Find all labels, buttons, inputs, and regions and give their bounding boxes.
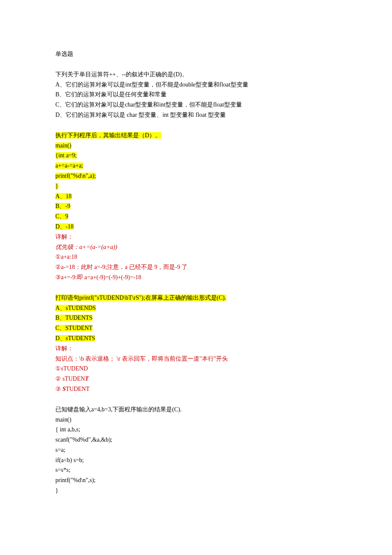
q4-code-6: s=s*s;: [55, 465, 337, 475]
q3-explain-1: 知识点：\b 表示退格； \r 表示回车，即将当前位置一道"本行"开头: [55, 354, 337, 364]
q2-code-2: {int a=9;: [55, 150, 337, 161]
q3-option-b: B、TUDENTS: [55, 313, 337, 323]
q4-code-8: }: [55, 486, 337, 496]
q2-explain-4: ③a+=-9:即 a=a+(-9)=(-9)+(-9)=-18: [55, 272, 337, 283]
q2-explain-2: ①a+a:18: [55, 252, 337, 262]
q2-option-c: C、9: [55, 211, 337, 222]
q3-explain-2: ①sTUDEND: [55, 364, 337, 374]
section-title-block: 单选题: [55, 49, 337, 59]
q2-explain-1: 优先级：a+=(a-=(a+a)): [55, 242, 337, 252]
q3-explain-3: ② sTUDENT: [55, 374, 337, 384]
q4-code-7: printf("%d\n",s);: [55, 475, 337, 486]
q1-option-a: A、它们的运算对象可以是int型变量，但不能是double型变量和float型变…: [55, 80, 337, 90]
q2-code-5: }: [55, 181, 337, 191]
page: 单选题 下列关于单目运算符++、--的叙述中正确的是(D)。 A、它们的运算对象…: [0, 0, 392, 555]
q2-code-4: printf("%d\n",a);: [55, 171, 337, 181]
q3-stem: 打印语句printf("sTUDEND\bT\rS");在屏幕上正确的输出形式是…: [55, 293, 337, 303]
q4-code-5: if(a<b) s=b;: [55, 455, 337, 465]
q3-option-a: A、sTUDENDS: [55, 303, 337, 313]
section-title: 单选题: [55, 49, 337, 59]
q3-explain-4: ③ STUDENT: [55, 384, 337, 394]
q2-explain-label: 详解：: [55, 232, 337, 242]
q1-option-b: B、它们的运算对象可以是任何变量和常量: [55, 90, 337, 100]
q2-code-3: a+=a-=a+a;: [55, 161, 337, 171]
q3-explain-3-ital: T: [85, 376, 89, 382]
q3-option-d: D、sTUDENTS: [55, 333, 337, 344]
q4-stem: 已知键盘输入a=4,b=3,下面程序输出的结果是(C).: [55, 405, 337, 415]
question-3: 打印语句printf("sTUDEND\bT\rS");在屏幕上正确的输出形式是…: [55, 293, 337, 394]
q2-option-b: B、-9: [55, 201, 337, 211]
question-1: 下列关于单目运算符++、--的叙述中正确的是(D)。 A、它们的运算对象可以是i…: [55, 69, 337, 120]
q3-explain-label: 详解：: [55, 344, 337, 354]
q2-code-1: main(): [55, 141, 337, 151]
q4-code-3: scanf("%d%d",&a,&b);: [55, 435, 337, 445]
q2-stem: 执行下列程序后，其输出结果是（D）。: [55, 130, 337, 141]
q2-option-a: A、18: [55, 191, 337, 202]
q2-option-d: D、-18: [55, 222, 337, 232]
q4-code-4: s=a;: [55, 445, 337, 455]
q2-explain-3: ②a-=18：此时 a=-9;注意，a 已经不是 9，而是-9 了: [55, 262, 337, 272]
q4-code-2: { int a,b,s;: [55, 425, 337, 435]
q3-option-c: C、STUDENT: [55, 323, 337, 333]
q1-option-d: D、它们的运算对象可以是 char 型变量、int 型变量和 float 型变量: [55, 110, 337, 120]
q4-code-1: main(): [55, 415, 337, 425]
question-4: 已知键盘输入a=4,b=3,下面程序输出的结果是(C). main() { in…: [55, 405, 337, 496]
q1-option-c: C、它们的运算对象可以是char型变量和int型变量，但不能是float型变量: [55, 100, 337, 110]
q1-stem: 下列关于单目运算符++、--的叙述中正确的是(D)。: [55, 69, 337, 80]
question-2: 执行下列程序后，其输出结果是（D）。 main() {int a=9; a+=a…: [55, 130, 337, 283]
q2-stem-hl: 执行下列程序后，其输出结果是（D）。: [55, 132, 161, 139]
